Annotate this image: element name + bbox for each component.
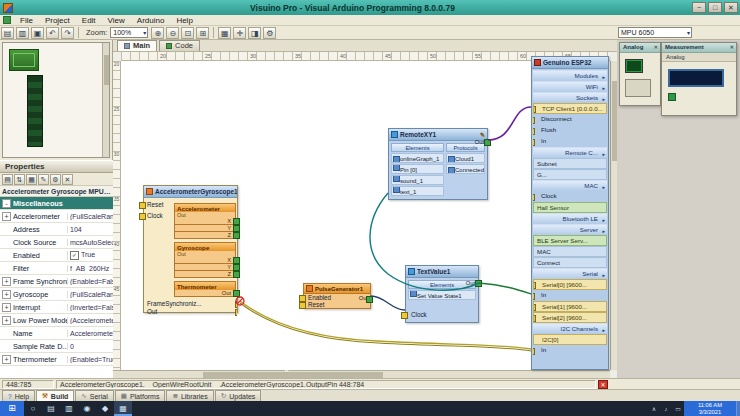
- output-pin-row[interactable]: FrameSynchroniz...: [144, 300, 237, 308]
- property-row[interactable]: + Low Power Mode (AccelerometerCy...: [0, 314, 113, 327]
- property-row[interactable]: + Frame Synchroniz... (Enabled=False...: [0, 275, 113, 288]
- bottom-tab[interactable]: ▦ Platforms: [115, 390, 166, 401]
- board-row[interactable]: In: [533, 345, 607, 356]
- input-pin-row[interactable]: Reset: [144, 200, 174, 210]
- property-value[interactable]: True: [67, 251, 113, 260]
- output-pin-row[interactable]: Out: [144, 308, 237, 316]
- board-row[interactable]: Flush: [533, 125, 607, 136]
- tray-icon[interactable]: ♪: [660, 406, 672, 412]
- canvas-horizontal-scrollbar[interactable]: [113, 370, 610, 378]
- edit-icon[interactable]: ✎: [480, 131, 485, 138]
- panel-header[interactable]: Measurement ✕: [662, 43, 736, 53]
- property-row[interactable]: - Miscellaneous: [0, 197, 113, 210]
- panel-header[interactable]: Analog ✕: [620, 43, 660, 53]
- output-pin-row[interactable]: Out: [475, 138, 486, 146]
- sub-block-row[interactable]: Y: [174, 264, 236, 271]
- toolbar-icon[interactable]: ▣: [31, 27, 44, 39]
- toolbar-icon[interactable]: ⊖: [166, 27, 179, 39]
- element-row[interactable]: text_1: [391, 186, 444, 196]
- block-header[interactable]: TextValue1: [406, 266, 478, 278]
- maximize-button[interactable]: □: [708, 2, 722, 13]
- analog-instrument-widget[interactable]: [625, 79, 651, 97]
- measurement-panel[interactable]: Measurement ✕ Analog: [661, 42, 737, 116]
- analog-panel[interactable]: Analog ✕: [619, 42, 661, 106]
- board-row[interactable]: Remote C...: [533, 147, 607, 158]
- property-value[interactable]: (FullScaleRange...: [67, 213, 113, 220]
- expander-icon[interactable]: +: [2, 316, 11, 325]
- property-row[interactable]: Address 104: [0, 223, 113, 236]
- board-row[interactable]: BLE Server Serv...: [533, 235, 607, 246]
- block-pulsegenerator1[interactable]: PulseGenerator1 Enabled Reset Out: [303, 283, 371, 309]
- taskbar-app-icon[interactable]: ◆: [96, 401, 114, 416]
- property-value[interactable]: (Inverted=False...: [67, 304, 113, 311]
- property-value[interactable]: 0: [67, 343, 113, 350]
- property-value[interactable]: mcsAutoSelect: [67, 239, 113, 246]
- properties-toolbar-icon[interactable]: ✎: [38, 174, 49, 185]
- close-button[interactable]: ✕: [724, 2, 738, 13]
- start-button[interactable]: ⊞: [0, 401, 24, 416]
- sub-block-row[interactable]: Z: [174, 271, 236, 278]
- properties-toolbar-icon[interactable]: ▦: [26, 174, 37, 185]
- element-row[interactable]: Set Value State1: [408, 290, 476, 300]
- board-row[interactable]: Sockets: [533, 92, 607, 103]
- board-row[interactable]: Connect: [533, 257, 607, 268]
- input-pin-row[interactable]: Reset: [304, 301, 370, 308]
- minimize-button[interactable]: −: [692, 2, 706, 13]
- board-row[interactable]: Serial[0] [9600...: [533, 279, 607, 290]
- property-value[interactable]: (AccelerometerCy...: [67, 317, 113, 324]
- board-thumbnail[interactable]: [27, 75, 43, 147]
- title-bar[interactable]: Visuino Pro - Visual Arduino Programming…: [0, 0, 740, 15]
- taskbar-app-icon[interactable]: ◉: [78, 401, 96, 416]
- property-value[interactable]: 104: [67, 226, 113, 233]
- taskbar-app-icon[interactable]: ○: [24, 401, 42, 416]
- bottom-tab[interactable]: ∿ Serial: [75, 390, 113, 401]
- sub-block-row[interactable]: Accelerometer: [174, 203, 236, 212]
- close-icon[interactable]: ✕: [730, 43, 734, 52]
- properties-toolbar-icon[interactable]: ▤: [2, 174, 13, 185]
- sub-block-row[interactable]: Y: [174, 225, 236, 232]
- expander-icon[interactable]: [2, 329, 11, 338]
- toolbar-icon[interactable]: ⚙: [263, 27, 276, 39]
- document-tab[interactable]: Main: [117, 40, 157, 51]
- protocol-row[interactable]: Connected: [446, 164, 485, 174]
- block-accelerometergyroscope1[interactable]: AccelerometerGyroscope1 Reset Clock: [143, 185, 238, 313]
- bottom-tab[interactable]: ? Help: [2, 390, 35, 401]
- expander-icon[interactable]: +: [2, 355, 11, 364]
- expander-icon[interactable]: +: [2, 303, 11, 312]
- property-value[interactable]: f_AB_260Hz_GB...: [67, 265, 113, 272]
- board-row[interactable]: Serial[2] [9600...: [533, 312, 607, 323]
- toolbar-icon[interactable]: ▥: [16, 27, 29, 39]
- board-thumbnail[interactable]: [9, 49, 39, 71]
- board-row[interactable]: TCP Client1 [0.0.0.0...: [533, 103, 607, 114]
- menu-item[interactable]: Edit: [76, 16, 102, 25]
- element-row[interactable]: sound_1: [391, 175, 444, 185]
- input-pin-row[interactable]: Clock: [144, 211, 174, 221]
- measurement-sub-tab[interactable]: Analog: [662, 53, 736, 62]
- board-row[interactable]: Disconnect: [533, 114, 607, 125]
- expander-icon[interactable]: +: [2, 290, 11, 299]
- property-value[interactable]: (FullScaleRange...: [67, 291, 113, 298]
- block-header[interactable]: AccelerometerGyroscope1: [144, 186, 237, 198]
- property-row[interactable]: + Gyroscope (FullScaleRange...: [0, 288, 113, 301]
- board-row[interactable]: Bluetooth LE: [533, 213, 607, 224]
- block-header[interactable]: Genuino ESP32: [532, 57, 608, 69]
- board-row[interactable]: MAC: [533, 180, 607, 191]
- menu-item[interactable]: Project: [39, 16, 76, 25]
- board-row[interactable]: In: [533, 290, 607, 301]
- expander-icon[interactable]: [2, 342, 11, 351]
- toolbar-icon[interactable]: ⊞: [196, 27, 209, 39]
- taskbar-clock[interactable]: 11:06 AM 3/3/2021: [684, 401, 736, 416]
- toolbar-icon[interactable]: ↷: [61, 27, 74, 39]
- sub-block-row[interactable]: Z: [174, 232, 236, 239]
- menu-item[interactable]: Arduino: [131, 16, 171, 25]
- bottom-tab[interactable]: ↻ Updates: [215, 390, 262, 401]
- board-row[interactable]: MAC: [533, 246, 607, 257]
- property-row[interactable]: + Thermometer (Enabled=True,In...: [0, 353, 113, 366]
- toolbar-icon[interactable]: ▤: [1, 27, 14, 39]
- bottom-tab[interactable]: ≣ Libraries: [166, 390, 213, 401]
- property-value[interactable]: AccelerometerGy...: [67, 330, 113, 337]
- properties-toolbar-icon[interactable]: ⚙: [50, 174, 61, 185]
- block-remotexy1[interactable]: RemoteXY1 ✎ Elements onlineGraph_1: [388, 128, 488, 200]
- sub-block-row[interactable]: X: [174, 257, 236, 264]
- property-row[interactable]: Enabled True: [0, 249, 113, 262]
